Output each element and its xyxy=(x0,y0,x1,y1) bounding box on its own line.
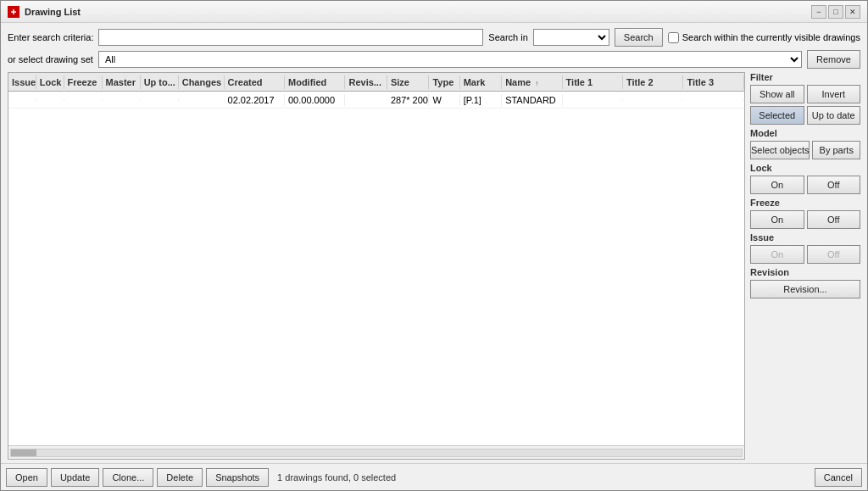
right-panel: Filter Show all Invert Selected Up to da… xyxy=(750,72,860,460)
col-header-title1[interactable]: Title 1 xyxy=(563,75,623,89)
col-header-title3[interactable]: Title 3 xyxy=(683,75,743,89)
cell-mark: [P.1] xyxy=(460,94,502,106)
cell-name: STANDARD xyxy=(502,94,562,106)
drawing-set-row: or select drawing set All Remove xyxy=(8,50,860,69)
model-section: Model Select objects By parts xyxy=(750,128,860,159)
filter-label: Filter xyxy=(750,72,860,82)
revision-section: Revision Revision... xyxy=(750,267,860,299)
col-header-master[interactable]: Master xyxy=(103,75,141,89)
model-row: Select objects By parts xyxy=(750,141,860,159)
col-header-name[interactable]: Name ↑ xyxy=(502,75,562,89)
col-header-mark[interactable]: Mark xyxy=(460,75,502,89)
col-header-lock[interactable]: Lock xyxy=(36,75,64,89)
col-header-revision[interactable]: Revis... xyxy=(345,75,387,89)
col-header-modified[interactable]: Modified xyxy=(285,75,345,89)
cell-size: 287* 200 xyxy=(387,94,429,106)
issue-on-button[interactable]: On xyxy=(750,245,804,264)
status-text: 1 drawings found, 0 selected xyxy=(277,472,396,483)
filter-row2: Selected Up to date xyxy=(750,106,860,125)
table-header: Issue Lock Freeze Master Up to... Change… xyxy=(8,73,744,92)
cell-modified: 00.00.0000 xyxy=(285,94,345,106)
top-controls: Enter search criteria: Search in Search … xyxy=(8,28,860,69)
table-row[interactable]: 02.02.2017 00.00.0000 287* 200 W [P.1] S… xyxy=(8,92,744,109)
revision-row: Revision... xyxy=(750,280,860,299)
table-area: Issue Lock Freeze Master Up to... Change… xyxy=(8,72,745,460)
snapshots-button[interactable]: Snapshots xyxy=(206,468,269,487)
open-button[interactable]: Open xyxy=(6,468,47,487)
cell-issue xyxy=(8,99,36,101)
issue-row: On Off xyxy=(750,245,860,264)
bottom-right-buttons: Cancel xyxy=(815,468,862,487)
freeze-section: Freeze On Off xyxy=(750,198,860,229)
bottom-left-buttons: Open Update Clone... Delete Snapshots xyxy=(6,468,269,487)
drawing-set-select[interactable]: All xyxy=(98,51,802,68)
search-visible-checkbox[interactable] xyxy=(668,32,679,43)
drawing-set-label: or select drawing set xyxy=(8,54,93,64)
issue-off-button[interactable]: Off xyxy=(807,245,861,264)
search-in-label: Search in xyxy=(488,32,527,42)
filter-section: Filter Show all Invert Selected Up to da… xyxy=(750,72,860,125)
maximize-button[interactable]: □ xyxy=(828,5,843,19)
col-header-title2[interactable]: Title 2 xyxy=(623,75,683,89)
cell-type: W xyxy=(429,94,459,106)
cell-title3 xyxy=(683,99,743,101)
delete-button[interactable]: Delete xyxy=(157,468,203,487)
sort-arrow-name: ↑ xyxy=(535,80,538,87)
bottom-bar: Open Update Clone... Delete Snapshots 1 … xyxy=(1,463,867,490)
model-label: Model xyxy=(750,128,860,138)
cell-freeze xyxy=(64,99,103,101)
freeze-on-button[interactable]: On xyxy=(750,210,804,229)
clone-button[interactable]: Clone... xyxy=(103,468,153,487)
col-header-freeze[interactable]: Freeze xyxy=(64,75,103,89)
freeze-off-button[interactable]: Off xyxy=(807,210,861,229)
status-bar: 1 drawings found, 0 selected xyxy=(269,472,815,483)
show-all-button[interactable]: Show all xyxy=(750,85,804,103)
cell-title1 xyxy=(563,99,623,101)
filter-row1: Show all Invert xyxy=(750,85,860,103)
search-button[interactable]: Search xyxy=(615,28,663,47)
freeze-row: On Off xyxy=(750,210,860,229)
lock-label: Lock xyxy=(750,163,860,173)
app-icon xyxy=(8,6,19,18)
col-header-size[interactable]: Size xyxy=(387,75,429,89)
scrollbar-track xyxy=(10,449,743,457)
cell-lock xyxy=(36,99,64,101)
search-criteria-label: Enter search criteria: xyxy=(8,32,93,42)
cell-changes xyxy=(179,99,225,101)
cell-upto xyxy=(141,99,179,101)
col-header-changes[interactable]: Changes xyxy=(179,75,225,89)
window-title: Drawing List xyxy=(25,7,81,17)
cancel-button[interactable]: Cancel xyxy=(815,468,862,487)
lock-off-button[interactable]: Off xyxy=(807,176,861,194)
select-objects-button[interactable]: Select objects xyxy=(750,141,810,159)
table-body[interactable]: 02.02.2017 00.00.0000 287* 200 W [P.1] S… xyxy=(8,92,744,445)
search-in-select[interactable] xyxy=(533,29,609,46)
title-bar: Drawing List − □ ✕ xyxy=(1,1,867,23)
title-bar-controls: − □ ✕ xyxy=(811,5,860,19)
remove-button[interactable]: Remove xyxy=(807,50,860,69)
col-header-issue[interactable]: Issue xyxy=(8,75,36,89)
invert-button[interactable]: Invert xyxy=(807,85,861,103)
issue-section: Issue On Off xyxy=(750,232,860,264)
up-to-date-button[interactable]: Up to date xyxy=(807,106,861,125)
drawing-list-window: Drawing List − □ ✕ Enter search criteria… xyxy=(0,0,868,491)
cell-revision xyxy=(345,99,387,101)
col-header-upto[interactable]: Up to... xyxy=(141,75,179,89)
search-row: Enter search criteria: Search in Search … xyxy=(8,28,860,47)
cell-title2 xyxy=(623,99,683,101)
update-button[interactable]: Update xyxy=(51,468,99,487)
col-header-type[interactable]: Type xyxy=(429,75,459,89)
col-header-created[interactable]: Created xyxy=(225,75,285,89)
search-visible-checkbox-label: Search within the currently visible draw… xyxy=(668,32,860,43)
close-button[interactable]: ✕ xyxy=(845,5,860,19)
cell-created: 02.02.2017 xyxy=(225,94,285,106)
by-parts-button[interactable]: By parts xyxy=(812,141,860,159)
horizontal-scrollbar[interactable] xyxy=(8,445,744,459)
scrollbar-thumb[interactable] xyxy=(11,449,36,456)
revision-button[interactable]: Revision... xyxy=(750,280,860,299)
search-input[interactable] xyxy=(98,29,483,46)
lock-on-button[interactable]: On xyxy=(750,176,804,194)
freeze-label: Freeze xyxy=(750,198,860,208)
selected-button[interactable]: Selected xyxy=(750,106,804,125)
minimize-button[interactable]: − xyxy=(811,5,826,19)
